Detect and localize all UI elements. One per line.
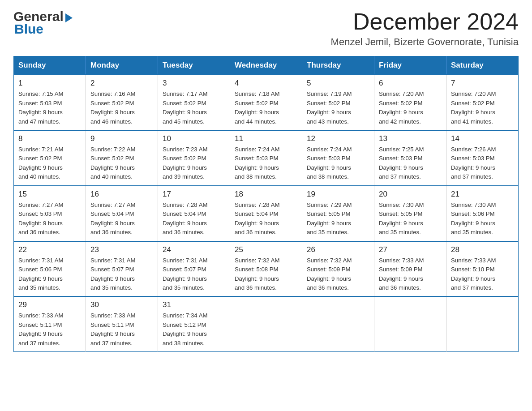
day-info: Sunrise: 7:31 AMSunset: 5:07 PMDaylight:… bbox=[90, 256, 153, 293]
day-number: 25 bbox=[235, 245, 297, 254]
day-number: 30 bbox=[90, 300, 153, 309]
day-number: 21 bbox=[451, 190, 514, 199]
calendar-cell: 12 Sunrise: 7:24 AMSunset: 5:03 PMDaylig… bbox=[302, 130, 374, 186]
day-info: Sunrise: 7:22 AMSunset: 5:02 PMDaylight:… bbox=[90, 145, 153, 182]
calendar-week-1: 1 Sunrise: 7:15 AMSunset: 5:03 PMDayligh… bbox=[14, 75, 519, 130]
page-header: General Blue December 2024 Menzel Jemil,… bbox=[13, 9, 519, 48]
day-number: 6 bbox=[379, 79, 442, 88]
weekday-header-thursday: Thursday bbox=[302, 56, 374, 75]
weekday-header-wednesday: Wednesday bbox=[230, 56, 302, 75]
calendar-week-4: 22 Sunrise: 7:31 AMSunset: 5:06 PMDaylig… bbox=[14, 241, 519, 297]
day-number: 7 bbox=[451, 79, 514, 88]
day-info: Sunrise: 7:26 AMSunset: 5:03 PMDaylight:… bbox=[451, 145, 514, 182]
calendar-cell: 9 Sunrise: 7:22 AMSunset: 5:02 PMDayligh… bbox=[86, 130, 158, 186]
day-info: Sunrise: 7:20 AMSunset: 5:02 PMDaylight:… bbox=[379, 90, 442, 126]
day-info: Sunrise: 7:16 AMSunset: 5:02 PMDaylight:… bbox=[90, 90, 153, 126]
calendar-cell: 6 Sunrise: 7:20 AMSunset: 5:02 PMDayligh… bbox=[374, 75, 446, 130]
day-info: Sunrise: 7:28 AMSunset: 5:04 PMDaylight:… bbox=[235, 201, 297, 237]
calendar-cell: 15 Sunrise: 7:27 AMSunset: 5:03 PMDaylig… bbox=[14, 186, 86, 241]
calendar-cell: 31 Sunrise: 7:34 AMSunset: 5:12 PMDaylig… bbox=[158, 296, 230, 351]
day-info: Sunrise: 7:28 AMSunset: 5:04 PMDaylight:… bbox=[163, 201, 225, 237]
day-number: 14 bbox=[451, 134, 514, 143]
day-number: 5 bbox=[307, 79, 369, 88]
day-number: 27 bbox=[379, 245, 442, 254]
calendar-cell: 4 Sunrise: 7:18 AMSunset: 5:02 PMDayligh… bbox=[230, 75, 302, 130]
calendar-cell: 21 Sunrise: 7:30 AMSunset: 5:06 PMDaylig… bbox=[446, 186, 519, 241]
weekday-header-sunday: Sunday bbox=[14, 56, 86, 75]
day-number: 8 bbox=[18, 134, 81, 143]
day-info: Sunrise: 7:15 AMSunset: 5:03 PMDaylight:… bbox=[18, 90, 81, 126]
weekday-header-friday: Friday bbox=[374, 56, 446, 75]
calendar-cell: 25 Sunrise: 7:32 AMSunset: 5:08 PMDaylig… bbox=[230, 241, 302, 297]
calendar-cell bbox=[446, 296, 519, 351]
calendar-cell: 20 Sunrise: 7:30 AMSunset: 5:05 PMDaylig… bbox=[374, 186, 446, 241]
day-number: 2 bbox=[90, 79, 153, 88]
calendar-cell bbox=[374, 296, 446, 351]
logo-triangle-icon bbox=[65, 13, 73, 22]
day-number: 28 bbox=[451, 245, 514, 254]
day-info: Sunrise: 7:33 AMSunset: 5:11 PMDaylight:… bbox=[90, 311, 153, 348]
day-info: Sunrise: 7:25 AMSunset: 5:03 PMDaylight:… bbox=[379, 145, 442, 182]
day-info: Sunrise: 7:32 AMSunset: 5:09 PMDaylight:… bbox=[307, 256, 369, 293]
day-number: 15 bbox=[18, 190, 81, 199]
day-info: Sunrise: 7:31 AMSunset: 5:06 PMDaylight:… bbox=[18, 256, 81, 293]
day-info: Sunrise: 7:17 AMSunset: 5:02 PMDaylight:… bbox=[163, 90, 225, 126]
day-info: Sunrise: 7:33 AMSunset: 5:10 PMDaylight:… bbox=[451, 256, 514, 293]
day-number: 26 bbox=[307, 245, 369, 254]
calendar-cell: 17 Sunrise: 7:28 AMSunset: 5:04 PMDaylig… bbox=[158, 186, 230, 241]
day-info: Sunrise: 7:27 AMSunset: 5:03 PMDaylight:… bbox=[18, 201, 81, 237]
calendar-week-2: 8 Sunrise: 7:21 AMSunset: 5:02 PMDayligh… bbox=[14, 130, 519, 186]
calendar-cell: 1 Sunrise: 7:15 AMSunset: 5:03 PMDayligh… bbox=[14, 75, 86, 130]
day-number: 23 bbox=[90, 245, 153, 254]
calendar-cell bbox=[302, 296, 374, 351]
day-info: Sunrise: 7:21 AMSunset: 5:02 PMDaylight:… bbox=[18, 145, 81, 182]
calendar-cell bbox=[230, 296, 302, 351]
page-title: December 2024 bbox=[331, 9, 519, 34]
day-number: 19 bbox=[307, 190, 369, 199]
weekday-header-monday: Monday bbox=[86, 56, 158, 75]
day-number: 4 bbox=[235, 79, 297, 88]
calendar-week-5: 29 Sunrise: 7:33 AMSunset: 5:11 PMDaylig… bbox=[14, 296, 519, 351]
day-number: 1 bbox=[18, 79, 81, 88]
calendar-cell: 30 Sunrise: 7:33 AMSunset: 5:11 PMDaylig… bbox=[86, 296, 158, 351]
weekday-row: SundayMondayTuesdayWednesdayThursdayFrid… bbox=[14, 56, 519, 75]
day-number: 16 bbox=[90, 190, 153, 199]
day-info: Sunrise: 7:19 AMSunset: 5:02 PMDaylight:… bbox=[307, 90, 369, 126]
day-info: Sunrise: 7:34 AMSunset: 5:12 PMDaylight:… bbox=[163, 311, 225, 348]
weekday-header-tuesday: Tuesday bbox=[158, 56, 230, 75]
day-info: Sunrise: 7:33 AMSunset: 5:09 PMDaylight:… bbox=[379, 256, 442, 293]
day-number: 10 bbox=[163, 134, 225, 143]
day-info: Sunrise: 7:32 AMSunset: 5:08 PMDaylight:… bbox=[235, 256, 297, 293]
logo-blue-text: Blue bbox=[14, 21, 43, 37]
calendar-cell: 10 Sunrise: 7:23 AMSunset: 5:02 PMDaylig… bbox=[158, 130, 230, 186]
calendar-week-3: 15 Sunrise: 7:27 AMSunset: 5:03 PMDaylig… bbox=[14, 186, 519, 241]
day-info: Sunrise: 7:18 AMSunset: 5:02 PMDaylight:… bbox=[235, 90, 297, 126]
calendar-cell: 11 Sunrise: 7:24 AMSunset: 5:03 PMDaylig… bbox=[230, 130, 302, 186]
day-number: 3 bbox=[163, 79, 225, 88]
day-info: Sunrise: 7:24 AMSunset: 5:03 PMDaylight:… bbox=[235, 145, 297, 182]
calendar-cell: 28 Sunrise: 7:33 AMSunset: 5:10 PMDaylig… bbox=[446, 241, 519, 297]
day-number: 13 bbox=[379, 134, 442, 143]
day-number: 22 bbox=[18, 245, 81, 254]
day-number: 24 bbox=[163, 245, 225, 254]
day-info: Sunrise: 7:30 AMSunset: 5:06 PMDaylight:… bbox=[451, 201, 514, 237]
day-info: Sunrise: 7:30 AMSunset: 5:05 PMDaylight:… bbox=[379, 201, 442, 237]
calendar-cell: 16 Sunrise: 7:27 AMSunset: 5:04 PMDaylig… bbox=[86, 186, 158, 241]
calendar-header: SundayMondayTuesdayWednesdayThursdayFrid… bbox=[14, 56, 519, 75]
day-info: Sunrise: 7:27 AMSunset: 5:04 PMDaylight:… bbox=[90, 201, 153, 237]
calendar-table: SundayMondayTuesdayWednesdayThursdayFrid… bbox=[13, 56, 519, 352]
weekday-header-saturday: Saturday bbox=[446, 56, 519, 75]
logo: General Blue bbox=[13, 9, 73, 37]
day-number: 20 bbox=[379, 190, 442, 199]
day-info: Sunrise: 7:29 AMSunset: 5:05 PMDaylight:… bbox=[307, 201, 369, 237]
page-subtitle: Menzel Jemil, Bizerte Governorate, Tunis… bbox=[331, 36, 519, 48]
day-number: 9 bbox=[90, 134, 153, 143]
calendar-cell: 8 Sunrise: 7:21 AMSunset: 5:02 PMDayligh… bbox=[14, 130, 86, 186]
calendar-cell: 2 Sunrise: 7:16 AMSunset: 5:02 PMDayligh… bbox=[86, 75, 158, 130]
day-info: Sunrise: 7:23 AMSunset: 5:02 PMDaylight:… bbox=[163, 145, 225, 182]
calendar-cell: 13 Sunrise: 7:25 AMSunset: 5:03 PMDaylig… bbox=[374, 130, 446, 186]
day-info: Sunrise: 7:20 AMSunset: 5:02 PMDaylight:… bbox=[451, 90, 514, 126]
title-block: December 2024 Menzel Jemil, Bizerte Gove… bbox=[331, 9, 519, 48]
day-number: 12 bbox=[307, 134, 369, 143]
day-number: 29 bbox=[18, 300, 81, 309]
